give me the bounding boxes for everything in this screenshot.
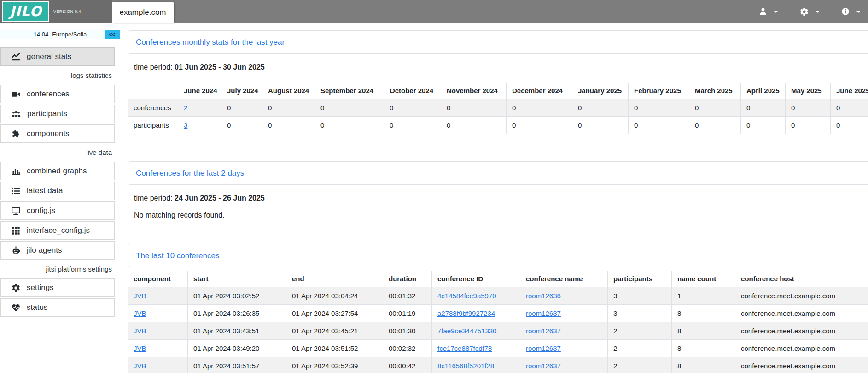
sidebar-item-label: jilo agents: [27, 246, 62, 255]
table-cell: 3: [608, 305, 672, 322]
table-link[interactable]: JVB: [134, 344, 146, 352]
sidebar-item-conferences[interactable]: conferences: [0, 85, 115, 103]
table-cell: 0: [384, 117, 441, 134]
column-header: June 2025: [831, 83, 868, 99]
settings-gear-icon: [799, 7, 809, 17]
sidebar-item-general-stats[interactable]: general stats: [0, 47, 115, 66]
time-period-value: 01 Jun 2025 - 30 Jun 2025: [175, 63, 265, 71]
sidebar-item-label: general stats: [27, 52, 71, 61]
table-cell: conference.meet.example.com: [735, 287, 868, 305]
monitor-icon: [11, 206, 21, 216]
table-cell: room12637: [520, 322, 608, 340]
table-link[interactable]: room12637: [526, 344, 561, 352]
table-cell: JVB: [128, 287, 188, 305]
table-cell: 2: [608, 340, 672, 357]
sidebar-item-interface-config-js[interactable]: interface_config.js: [0, 221, 115, 240]
sidebar-item-label: interface_config.js: [27, 226, 90, 235]
table-cell: 00:01:32: [383, 287, 432, 305]
sidebar-item-participants[interactable]: participants: [0, 105, 115, 123]
sidebar-item-components[interactable]: components: [0, 124, 115, 143]
sidebar-collapse-button[interactable]: <<: [105, 30, 120, 39]
table-row: JVB01 Apr 2024 03:43:5101 Apr 2024 03:45…: [128, 322, 868, 340]
video-camera-icon: [11, 89, 21, 99]
table-cell: 7fae9ce344751330: [432, 322, 520, 340]
table-row: conferences2000000000000: [128, 99, 868, 117]
table-cell: 01 Apr 2024 03:27:54: [286, 305, 383, 322]
table-link[interactable]: JVB: [134, 309, 146, 317]
table-cell: JVB: [128, 357, 188, 373]
sidebar-item-label: combined graphs: [27, 166, 87, 176]
settings-menu-dropdown[interactable]: [799, 7, 820, 17]
sidebar-item-status[interactable]: status: [0, 298, 115, 317]
table-link[interactable]: room12637: [526, 309, 561, 317]
column-header: November 2024: [441, 83, 507, 99]
sidebar-item-latest-data[interactable]: latest data: [0, 182, 115, 200]
sidebar-item-label: participants: [27, 109, 67, 118]
table-link[interactable]: 8c116568f5201f28: [437, 362, 494, 370]
clock-timezone: Europe/Sofia: [52, 31, 87, 38]
table-cell: 01 Apr 2024 03:43:51: [188, 322, 286, 340]
puzzle-icon: [11, 129, 21, 139]
table-cell: 0: [741, 99, 786, 117]
caret-down-icon: [815, 11, 820, 13]
time-period-label: time period:: [134, 63, 173, 71]
sidebar-item-label: status: [27, 303, 47, 312]
table-cell: 0: [786, 99, 831, 117]
table-cell: room12637: [520, 340, 608, 357]
table-link[interactable]: JVB: [134, 362, 146, 370]
table-cell: 0: [572, 117, 629, 134]
chart-line-icon: [11, 52, 21, 62]
column-header: February 2025: [629, 83, 689, 99]
table-link[interactable]: 2: [184, 104, 187, 112]
table-header-row: componentstartenddurationconference IDco…: [128, 271, 868, 287]
table-cell: 0: [507, 99, 572, 117]
table-link[interactable]: JVB: [134, 292, 146, 300]
table-link[interactable]: room12636: [526, 292, 561, 300]
table-link[interactable]: room12637: [526, 327, 561, 335]
table-cell: 01 Apr 2024 03:04:24: [286, 287, 383, 305]
info-menu-dropdown[interactable]: [841, 7, 861, 16]
list-icon: [11, 186, 21, 196]
table-cell: 0: [572, 99, 629, 117]
column-header: component: [128, 271, 188, 287]
sidebar-item-config-js[interactable]: config.js: [0, 201, 115, 220]
table-link[interactable]: 3: [184, 121, 187, 129]
table-cell: 8: [672, 305, 735, 322]
table-link[interactable]: JVB: [134, 327, 146, 335]
table-cell: 8: [672, 340, 735, 357]
table-cell: fce17ce887fcdf78: [432, 340, 520, 357]
sidebar-item-settings[interactable]: settings: [0, 278, 115, 297]
table-link[interactable]: fce17ce887fcdf78: [437, 344, 492, 352]
jilo-app: JILO VERSION 0.4 example.com: [0, 0, 868, 373]
table-cell: 01 Apr 2024 03:02:52: [188, 287, 286, 305]
table-cell: 0: [262, 117, 315, 134]
table-cell: 0: [441, 99, 507, 117]
sidebar-item-label: latest data: [27, 186, 63, 195]
table-link[interactable]: room12637: [526, 362, 561, 370]
robot-icon: [11, 246, 21, 255]
column-header: December 2024: [507, 83, 572, 99]
card-title: Conferences for the last 2 days: [136, 169, 244, 178]
table-cell: 01 Apr 2024 03:26:35: [188, 305, 286, 322]
column-header: May 2025: [786, 83, 831, 99]
table-cell: 00:01:19: [383, 305, 432, 322]
platform-tab-example-com[interactable]: example.com: [112, 2, 174, 23]
main-content: Conferences monthly stats for the last y…: [128, 23, 868, 373]
user-menu-dropdown[interactable]: [758, 7, 778, 16]
table-cell: 00:02:32: [383, 340, 432, 357]
table-link[interactable]: 7fae9ce344751330: [437, 327, 496, 335]
table-cell: a2788f9bf9927234: [432, 305, 520, 322]
table-link[interactable]: a2788f9bf9927234: [437, 309, 495, 317]
jilo-logo[interactable]: JILO: [2, 1, 49, 22]
column-header: conference host: [735, 271, 868, 287]
caret-down-icon: [774, 11, 778, 13]
sidebar-item-jilo-agents[interactable]: jilo agents: [0, 241, 115, 260]
table-link[interactable]: 4c14584fce9a5970: [437, 292, 496, 300]
column-header: conference ID: [432, 271, 520, 287]
sidebar-item-label: config.js: [27, 206, 55, 215]
top-navbar: JILO VERSION 0.4 example.com: [0, 0, 868, 23]
sidebar-item-combined-graphs[interactable]: combined graphs: [0, 162, 115, 180]
table-cell: conference.meet.example.com: [735, 357, 868, 373]
table-cell: 2: [608, 357, 672, 373]
table-cell: 0: [831, 99, 868, 117]
